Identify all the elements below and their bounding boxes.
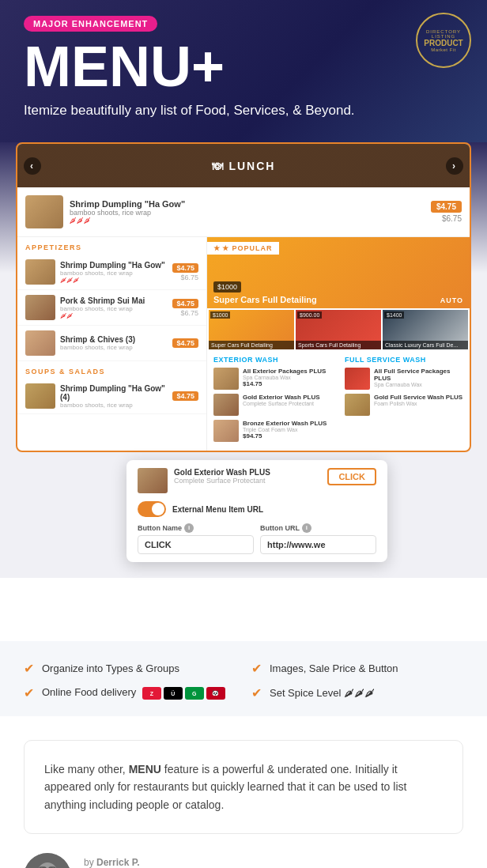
item-name-1: Shrimp Dumpling "Ha Gow" bbox=[60, 261, 168, 270]
car-thumbs-row: $1000 Super Cars Full Detailing $900.00 … bbox=[207, 308, 470, 351]
appetizers-header: APPETIZERS bbox=[17, 237, 206, 255]
full-wash-item-1: All Full Service Packages PLUS Spa Carna… bbox=[345, 368, 463, 390]
feature-item-3: ✔ Online Food delivery Z Ü G 🐼 bbox=[24, 685, 236, 700]
item-price-badge-3: $4.75 bbox=[172, 338, 198, 348]
author-by: by Derrick P. bbox=[84, 857, 186, 868]
item-price-badge-soup-1: $4.75 bbox=[172, 391, 198, 401]
badge-main-text: PRODUCT bbox=[424, 39, 462, 47]
featured-top-item: Shrimp Dumpling "Ha Gow" bamboo shoots, … bbox=[17, 187, 470, 237]
featured-car-price: $1000 bbox=[213, 281, 241, 292]
exterior-wash-info-2: Gold Exterior Wash PLUS Complete Surface… bbox=[243, 394, 320, 406]
popup-item-name: Gold Exterior Wash PLUS bbox=[174, 468, 270, 477]
item-spice-2: 🌶🌶 bbox=[60, 312, 168, 319]
featured-item-spice: 🌶🌶🌶 bbox=[70, 217, 425, 225]
exterior-wash-thumb-1 bbox=[213, 368, 239, 390]
popular-car-card: ★ ★ POPULAR $1000 Super Cars Full Detail… bbox=[207, 237, 470, 308]
full-service-wash-title: FULL SERVICE WASH bbox=[345, 356, 463, 364]
feature-text-2: Images, Sale Price & Button bbox=[270, 662, 398, 674]
soups-header: SOUPS & SALADS bbox=[17, 361, 206, 379]
item-desc-3: bamboo shoots, rice wrap bbox=[60, 344, 168, 351]
item-price-soup-1: $4.75 bbox=[172, 391, 198, 402]
item-info-3: Shrimp & Chives (3) bamboo shoots, rice … bbox=[55, 335, 172, 351]
feature-text-4: Set Spice Level 🌶🌶🌶 bbox=[270, 687, 375, 699]
button-name-label: Button Name i bbox=[138, 523, 254, 533]
exterior-wash-desc-2: Complete Surface Protectant bbox=[243, 401, 320, 406]
badge-top-text: Directory Listing bbox=[417, 29, 470, 39]
item-thumb-3 bbox=[25, 330, 55, 356]
check-icon-1: ✔ bbox=[24, 661, 34, 676]
popup-overlay: Gold Exterior Wash PLUS Complete Surface… bbox=[126, 460, 387, 562]
car-thumb-price-3: $1400 bbox=[384, 311, 404, 319]
product-badge: Directory Listing PRODUCT Market Fit bbox=[416, 13, 471, 68]
exterior-wash-price-3: $94.75 bbox=[243, 432, 327, 440]
car-thumb-3: $1400 Classic Luxury Cars Full De... bbox=[383, 310, 468, 349]
button-name-info-icon: i bbox=[184, 523, 194, 533]
popular-star: ★ bbox=[213, 244, 220, 252]
popup-click-button[interactable]: CLICK bbox=[327, 468, 376, 485]
item-name-soup-1: Shrimp Dumpling "Ha Gow" (4) bbox=[60, 384, 168, 402]
car-thumb-2: $900.00 Sports Cars Full Detailing bbox=[296, 310, 381, 349]
exterior-wash-name-1: All Exterior Packages PLUS bbox=[243, 368, 326, 375]
exterior-wash-name-2: Gold Exterior Wash PLUS bbox=[243, 394, 320, 401]
full-wash-info-1: All Full Service Packages PLUS Spa Carna… bbox=[374, 368, 463, 387]
menu-item-2: Pork & Shrimp Sui Mai bamboo shoots, ric… bbox=[17, 290, 206, 326]
form-row: Button Name i Button URL i bbox=[138, 523, 376, 554]
button-url-info-icon: i bbox=[302, 523, 311, 533]
button-url-label: Button URL i bbox=[260, 523, 376, 533]
delivery-badges: Z Ü G 🐼 bbox=[142, 687, 225, 700]
features-grid: ✔ Organize into Types & Groups ✔ Images,… bbox=[24, 661, 463, 700]
button-name-input[interactable] bbox=[138, 535, 254, 554]
check-icon-4: ✔ bbox=[251, 685, 262, 700]
author-name: Derrick P. bbox=[96, 857, 140, 868]
demo-area: ‹ 🍽 LUNCH › Shrimp Dumpling "Ha Gow" bam… bbox=[0, 142, 487, 578]
button-url-input[interactable] bbox=[260, 535, 376, 554]
full-wash-desc-1: Spa Carnauba Wax bbox=[374, 382, 463, 387]
item-thumb-1 bbox=[25, 259, 55, 285]
featured-price-old: $6.75 bbox=[442, 214, 462, 223]
featured-item-price: $4.75 $6.75 bbox=[431, 201, 462, 223]
feature-item-4: ✔ Set Spice Level 🌶🌶🌶 bbox=[251, 685, 463, 700]
full-wash-thumb-1 bbox=[345, 368, 370, 390]
item-price-2: $4.75 $6.75 bbox=[172, 299, 198, 317]
testimonial-card: Like many other, MENU feature is a power… bbox=[24, 740, 463, 834]
car-thumb-label-3: Classic Luxury Cars Full De... bbox=[383, 341, 468, 349]
wash-section: EXTERIOR WASH All Exterior Packages PLUS… bbox=[207, 351, 470, 451]
exterior-wash-thumb-3 bbox=[213, 420, 239, 442]
car-thumb-price-1: $1000 bbox=[210, 311, 230, 319]
item-price-1: $4.75 $6.75 bbox=[172, 263, 198, 281]
menu-column: APPETIZERS Shrimp Dumpling "Ha Gow" bamb… bbox=[17, 237, 207, 451]
popular-label: ★ POPULAR bbox=[222, 244, 273, 252]
exterior-wash-desc-3: Triple Coat Foam Wax bbox=[243, 427, 327, 432]
check-icon-3: ✔ bbox=[24, 685, 34, 700]
item-desc-1: bamboo shoots, rice wrap bbox=[60, 270, 168, 277]
doordash-badge: 🐼 bbox=[206, 687, 225, 700]
full-wash-thumb-2 bbox=[345, 394, 370, 416]
page-title: MENU+ bbox=[24, 38, 463, 95]
zomato-badge: Z bbox=[142, 687, 161, 700]
lunch-label: 🍽 LUNCH bbox=[212, 160, 276, 172]
item-info-soup-1: Shrimp Dumpling "Ha Gow" (4) bamboo shoo… bbox=[55, 384, 172, 409]
menu-item-3: Shrimp & Chives (3) bamboo shoots, rice … bbox=[17, 326, 206, 361]
feature-item-2: ✔ Images, Sale Price & Button bbox=[251, 661, 463, 676]
testimonial-text: Like many other, MENU feature is a power… bbox=[44, 760, 443, 813]
item-thumb-2 bbox=[25, 295, 55, 320]
item-info-1: Shrimp Dumpling "Ha Gow" bamboo shoots, … bbox=[55, 261, 172, 284]
nav-left-arrow[interactable]: ‹ bbox=[24, 157, 41, 175]
feature-item-1: ✔ Organize into Types & Groups bbox=[24, 661, 236, 676]
full-wash-name-1: All Full Service Packages PLUS bbox=[374, 368, 463, 382]
check-icon-2: ✔ bbox=[251, 661, 262, 676]
car-thumb-label-1: Super Cars Full Detailing bbox=[209, 341, 294, 349]
item-name-3: Shrimp & Chives (3) bbox=[60, 335, 168, 344]
item-spice-1: 🌶🌶🌶 bbox=[60, 277, 168, 284]
featured-item-desc: bamboo shoots, rice wrap bbox=[70, 209, 425, 217]
header-section: MAJOR ENHANCEMENT MENU+ Itemize beautifu… bbox=[0, 0, 487, 142]
featured-item-name: Shrimp Dumpling "Ha Gow" bbox=[70, 199, 425, 209]
services-column: ★ ★ POPULAR $1000 Super Cars Full Detail… bbox=[207, 237, 470, 451]
nav-right-arrow[interactable]: › bbox=[446, 157, 463, 175]
grubhub-badge: G bbox=[185, 687, 204, 700]
exterior-wash-name-3: Bronze Exterior Wash PLUS bbox=[243, 420, 327, 427]
item-price-badge-2: $4.75 bbox=[172, 299, 198, 308]
menu-item-1: Shrimp Dumpling "Ha Gow" bamboo shoots, … bbox=[17, 255, 206, 290]
url-toggle[interactable] bbox=[138, 501, 166, 517]
button-url-group: Button URL i bbox=[260, 523, 376, 554]
